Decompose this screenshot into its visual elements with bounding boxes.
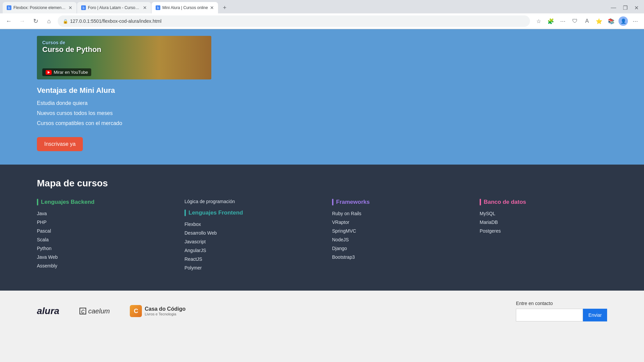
casadocodigo-text: Casa do Código Livros e Tecnologia	[145, 306, 185, 316]
course-ruby-on-rails[interactable]: Ruby on Rails	[332, 211, 460, 216]
reader-icon[interactable]: A	[582, 16, 592, 26]
profile-icon[interactable]: 👤	[619, 16, 628, 26]
frameworks-column: Frameworks Ruby on Rails VRaptor SpringM…	[332, 199, 460, 274]
course-mysql[interactable]: MySQL	[480, 211, 607, 216]
course-reactjs[interactable]: ReactJS	[184, 256, 312, 262]
home-button[interactable]: ⌂	[44, 16, 54, 26]
course-python[interactable]: Python	[37, 246, 164, 251]
logic-item[interactable]: Lógica de programación	[184, 199, 312, 204]
address-bar: ← → ↻ ⌂ 🔒 ☆ 🧩 ⋯ 🛡 A ⭐ 📚 👤 ⋯	[0, 13, 644, 29]
course-bootstrap3[interactable]: Bootstrap3	[332, 254, 460, 260]
tab-2-close[interactable]: ✕	[143, 5, 147, 10]
frontend-header-text: Lenguajes Frontend	[189, 209, 243, 216]
footer: alura c caelum C Casa do Código Livros e…	[0, 291, 644, 331]
backend-bar	[37, 199, 38, 205]
course-springmvc[interactable]: SpringMVC	[332, 228, 460, 234]
tab-2[interactable]: b Foro | Alura Latam - Cursos onli... ✕	[77, 2, 151, 13]
backend-column: Lenguajes Backend Java PHP Pascal Scala …	[37, 199, 164, 274]
tab-3-favicon: b	[156, 5, 160, 10]
course-mariadb[interactable]: MariaDB	[480, 220, 607, 225]
minimize-button[interactable]: —	[611, 5, 616, 11]
video-thumbnail[interactable]: Cursos de Curso de Python Mirar en YouTu…	[37, 36, 211, 79]
tab-2-favicon: b	[81, 5, 86, 10]
send-button[interactable]: Enviar	[583, 309, 607, 321]
caelum-box-icon: c	[79, 308, 86, 314]
new-tab-button[interactable]: +	[220, 3, 229, 12]
benefit-1: Estudia donde quiera	[37, 100, 607, 106]
tab-2-label: Foro | Alura Latam - Cursos onli...	[88, 5, 141, 10]
contact-input[interactable]	[516, 309, 583, 321]
frontend-header: Lenguajes Frontend	[184, 209, 312, 216]
course-java[interactable]: Java	[37, 211, 164, 216]
course-javaweb[interactable]: Java Web	[37, 254, 164, 260]
casadocodigo-logo: C Casa do Código Livros e Tecnologia	[130, 305, 185, 317]
database-header-text: Banco de datos	[484, 199, 526, 205]
url-input[interactable]	[70, 18, 525, 24]
url-bar[interactable]: 🔒	[58, 15, 530, 27]
alura-logo: alura	[37, 306, 59, 316]
backend-header: Lenguajes Backend	[37, 199, 164, 205]
caelum-logo: c caelum	[79, 307, 110, 315]
course-desarrollo-web[interactable]: Desarrollo Web	[184, 230, 312, 236]
courses-grid: Lenguajes Backend Java PHP Pascal Scala …	[37, 199, 607, 274]
tab-1-favicon: b	[7, 5, 11, 10]
contact-label: Entre en contacto	[516, 301, 607, 306]
menu-icon[interactable]: ⋯	[631, 16, 640, 26]
star-icon[interactable]: ⭐	[594, 16, 604, 26]
course-django[interactable]: Django	[332, 246, 460, 251]
lock-icon: 🔒	[63, 19, 68, 24]
page-content: Cursos de Curso de Python Mirar en YouTu…	[0, 29, 644, 331]
course-php[interactable]: PHP	[37, 220, 164, 225]
video-title: Cursos de Curso de Python	[42, 40, 101, 54]
tab-3-close[interactable]: ✕	[210, 5, 214, 10]
alura-logo-text: alura	[37, 306, 59, 316]
course-assembly[interactable]: Assembly	[37, 263, 164, 268]
bookmark-icon[interactable]: ☆	[534, 16, 543, 26]
frontend-bar	[184, 209, 186, 216]
caelum-logo-text: caelum	[88, 307, 110, 315]
casadocodigo-icon: C	[130, 305, 142, 317]
youtube-badge[interactable]: Mirar en YouTube	[42, 68, 91, 76]
course-flexbox[interactable]: Flexbox	[184, 222, 312, 227]
maximize-button[interactable]: ❐	[623, 5, 628, 11]
benefit-2: Nuevos cursos todos los meses	[37, 110, 607, 116]
settings-icon[interactable]: ⋯	[558, 16, 568, 26]
tab-3[interactable]: b Mini Alura | Cursos online ✕	[152, 2, 218, 13]
youtube-icon	[46, 70, 52, 75]
collection-icon[interactable]: 📚	[606, 16, 616, 26]
tab-1-label: Flexbox: Posicione elementos en ...	[13, 5, 66, 10]
reload-button[interactable]: ↻	[31, 16, 40, 26]
frameworks-header: Frameworks	[332, 199, 460, 205]
course-scala[interactable]: Scala	[37, 237, 164, 242]
advantages-title: Ventajas de Mini Alura	[37, 86, 607, 95]
youtube-label: Mirar en YouTube	[54, 70, 88, 75]
course-vraptor[interactable]: VRaptor	[332, 220, 460, 225]
shield-icon[interactable]: 🛡	[570, 16, 580, 26]
back-button[interactable]: ←	[4, 16, 13, 26]
course-angularjs[interactable]: AngularJS	[184, 248, 312, 253]
browser-actions: ☆ 🧩 ⋯ 🛡 A ⭐ 📚 👤 ⋯	[534, 16, 640, 26]
tab-bar: b Flexbox: Posicione elementos en ... ✕ …	[0, 0, 644, 13]
course-polymer[interactable]: Polymer	[184, 265, 312, 270]
close-window-button[interactable]: ✕	[634, 5, 639, 11]
course-pascal[interactable]: Pascal	[37, 228, 164, 234]
database-header: Banco de datos	[480, 199, 607, 205]
tab-1[interactable]: b Flexbox: Posicione elementos en ... ✕	[3, 2, 76, 13]
database-bar	[480, 199, 481, 205]
tab-1-close[interactable]: ✕	[68, 5, 72, 10]
play-triangle	[48, 71, 50, 74]
frontend-column: Lógica de programación Lenguajes Fronten…	[184, 199, 312, 274]
casadocodigo-subtitle: Livros e Tecnologia	[145, 312, 185, 316]
casadocodigo-name: Casa do Código	[145, 306, 185, 312]
benefit-3: Cursos compatibles con el mercado	[37, 120, 607, 126]
course-javascript[interactable]: Javascript	[184, 239, 312, 244]
signup-button[interactable]: Inscrivase ya	[37, 137, 83, 151]
extensions-icon[interactable]: 🧩	[546, 16, 555, 26]
course-postgeres[interactable]: Postgeres	[480, 228, 607, 234]
course-map-section: Mapa de cursos Lenguajes Backend Java PH…	[0, 165, 644, 291]
course-nodejs[interactable]: NodeJS	[332, 237, 460, 242]
blue-section: Cursos de Curso de Python Mirar en YouTu…	[0, 29, 644, 165]
database-column: Banco de datos MySQL MariaDB Postgeres	[480, 199, 607, 274]
forward-button[interactable]: →	[17, 16, 27, 26]
frameworks-header-text: Frameworks	[336, 199, 370, 205]
